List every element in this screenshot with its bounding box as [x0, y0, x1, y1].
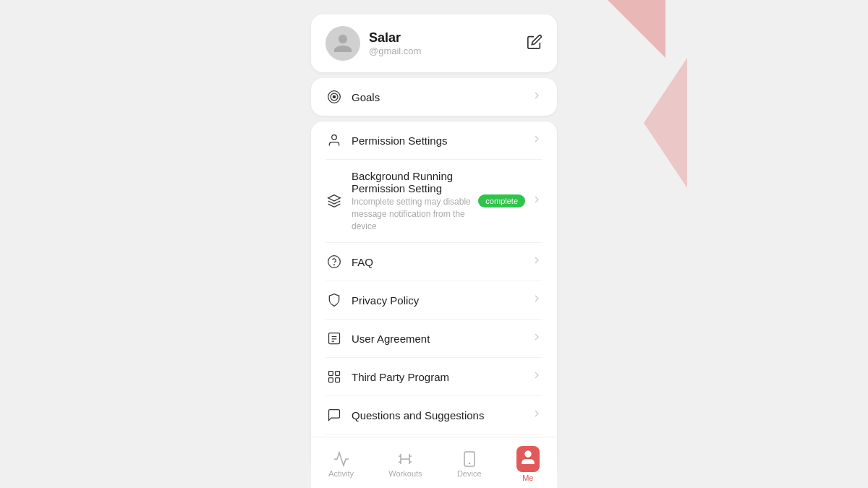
- questions-item[interactable]: Questions and Suggestions: [326, 396, 542, 435]
- third-party-icon: [326, 368, 343, 385]
- nav-workouts[interactable]: Workouts: [377, 448, 433, 481]
- third-party-content: Third Party Program: [352, 371, 531, 383]
- third-party-title: Third Party Program: [352, 371, 531, 383]
- settings-card: Permission Settings Background Running P…: [311, 121, 557, 472]
- faq-right: [531, 254, 542, 269]
- user-agreement-content: User Agreement: [352, 333, 531, 345]
- profile-info: Salar @gmail.com: [369, 30, 421, 56]
- svg-point-4: [328, 256, 341, 268]
- edit-profile-button[interactable]: [527, 34, 542, 53]
- third-party-item[interactable]: Third Party Program: [326, 358, 542, 396]
- nav-activity[interactable]: Activity: [317, 448, 365, 481]
- goals-item[interactable]: Goals: [326, 78, 542, 116]
- nav-device[interactable]: Device: [446, 448, 493, 481]
- privacy-policy-title: Privacy Policy: [352, 294, 531, 307]
- permission-settings-right: [531, 133, 542, 147]
- app-container: Salar @gmail.com Goals: [311, 14, 557, 472]
- profile-email: @gmail.com: [369, 46, 421, 56]
- svg-point-19: [525, 451, 531, 457]
- avatar: [326, 26, 360, 61]
- goals-content: Goals: [352, 91, 531, 103]
- me-label: Me: [522, 474, 533, 482]
- privacy-policy-chevron: [531, 293, 542, 307]
- workouts-icon: [396, 450, 414, 468]
- privacy-policy-right: [531, 293, 542, 307]
- background-running-content: Background Running Permission Setting In…: [352, 170, 478, 232]
- privacy-policy-content: Privacy Policy: [352, 294, 531, 307]
- bg-decoration-mid: [644, 58, 687, 188]
- device-label: Device: [457, 469, 482, 478]
- svg-rect-6: [329, 333, 340, 344]
- user-agreement-title: User Agreement: [352, 333, 531, 345]
- background-running-chevron: [531, 194, 542, 208]
- privacy-policy-item[interactable]: Privacy Policy: [326, 281, 542, 320]
- goals-chevron: [531, 90, 542, 104]
- questions-icon: [326, 406, 343, 424]
- profile-card: Salar @gmail.com: [311, 14, 557, 72]
- bg-decoration-top: [608, 0, 665, 58]
- background-running-title: Background Running Permission Setting: [352, 170, 478, 194]
- activity-label: Activity: [328, 469, 354, 478]
- third-party-chevron: [531, 369, 542, 384]
- permission-settings-chevron: [531, 133, 542, 147]
- goals-right: [531, 90, 542, 104]
- background-running-subtitle: Incomplete setting may disable message n…: [352, 196, 478, 232]
- bottom-nav: Activity Workouts Device Me: [311, 437, 557, 488]
- background-running-item[interactable]: Background Running Permission Setting In…: [326, 160, 542, 243]
- faq-chevron: [531, 254, 542, 269]
- me-icon-bg: [516, 446, 540, 472]
- faq-icon: [326, 253, 343, 270]
- third-party-right: [531, 369, 542, 384]
- user-agreement-icon: [326, 330, 343, 347]
- permission-settings-item[interactable]: Permission Settings: [326, 121, 542, 160]
- goals-card: Goals: [311, 78, 557, 116]
- svg-rect-10: [329, 372, 333, 376]
- activity-icon: [333, 450, 350, 468]
- questions-right: [531, 408, 542, 422]
- permission-settings-icon: [326, 132, 343, 149]
- privacy-policy-icon: [326, 291, 343, 309]
- user-agreement-item[interactable]: User Agreement: [326, 320, 542, 358]
- faq-title: FAQ: [352, 256, 531, 268]
- device-icon: [461, 450, 478, 468]
- svg-point-3: [332, 135, 337, 140]
- permission-settings-title: Permission Settings: [352, 134, 531, 147]
- goals-title: Goals: [352, 91, 531, 103]
- nav-me[interactable]: Me: [505, 443, 551, 485]
- questions-content: Questions and Suggestions: [352, 409, 531, 421]
- svg-rect-11: [336, 372, 340, 376]
- me-icon: [519, 449, 537, 466]
- profile-name: Salar: [369, 30, 421, 46]
- svg-rect-13: [336, 378, 340, 382]
- complete-badge: complete: [478, 194, 525, 207]
- background-running-right: complete: [478, 194, 542, 208]
- faq-content: FAQ: [352, 256, 531, 268]
- user-agreement-chevron: [531, 331, 542, 346]
- faq-item[interactable]: FAQ: [326, 243, 542, 281]
- svg-rect-12: [329, 378, 333, 382]
- workouts-label: Workouts: [388, 469, 422, 478]
- questions-title: Questions and Suggestions: [352, 409, 531, 421]
- goals-icon: [326, 88, 343, 106]
- svg-point-2: [333, 95, 335, 98]
- questions-chevron: [531, 408, 542, 422]
- permission-settings-content: Permission Settings: [352, 134, 531, 147]
- background-running-icon: [326, 192, 343, 210]
- profile-left: Salar @gmail.com: [326, 26, 421, 61]
- user-agreement-right: [531, 331, 542, 346]
